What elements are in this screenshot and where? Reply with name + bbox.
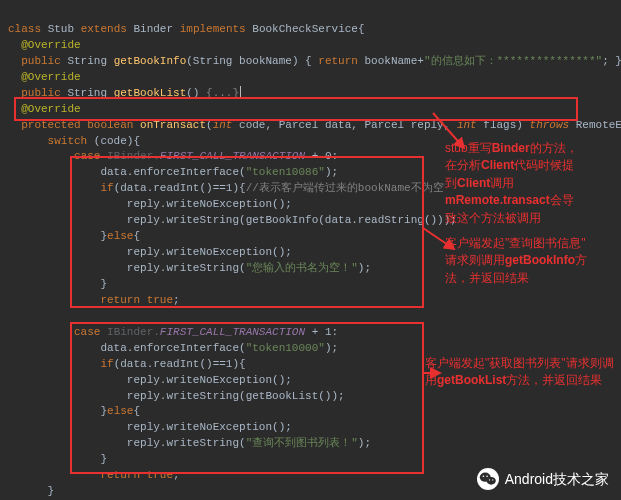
stmt-end: ); (325, 166, 338, 178)
ann1-l3a: 到 (445, 176, 457, 190)
stmt: reply.writeNoException(); (127, 421, 292, 433)
kw-int: int (213, 119, 233, 131)
if-expr: (data.readInt()==1){ (114, 182, 246, 194)
open-paren: ( (206, 119, 213, 131)
ret-type: String (67, 55, 107, 67)
ann1-l2a: 在分析 (445, 158, 481, 172)
stmt-end: ); (325, 342, 338, 354)
num-zero: 0 (325, 150, 332, 162)
annotation-override: @Override (21, 39, 80, 51)
semi: ; (173, 469, 180, 481)
watermark-text: Android技术之家 (505, 469, 609, 489)
stmt-end: ); (358, 262, 371, 274)
kw-protected: protected boolean (21, 119, 133, 131)
ann1-l1a: stub重写 (445, 141, 492, 155)
watermark: Android技术之家 (477, 468, 609, 490)
kw-case: case (74, 150, 100, 162)
svg-point-8 (489, 479, 490, 480)
svg-point-7 (486, 475, 488, 477)
colon: : (332, 326, 339, 338)
stmt: reply.writeNoException(); (127, 246, 292, 258)
kw-return: return (318, 55, 358, 67)
const-field: FIRST_CALL_TRANSACTION (160, 326, 305, 338)
ann1-l4a: mRemote.transact (445, 193, 550, 207)
iface-name: BookCheckService (252, 23, 358, 35)
annotation-override: @Override (21, 103, 80, 115)
kw-return-true: return true (100, 469, 173, 481)
ann1-l4b: 会导 (550, 193, 574, 207)
super-name: Binder (133, 23, 173, 35)
ann3-l1: 客户端发起"获取图书列表"请求则调 (425, 356, 614, 370)
ex: RemoteException { (569, 119, 621, 131)
ann2-l2b: getBookInfo (505, 253, 575, 267)
annotation-3: 客户端发起"获取图书列表"请求则调 用getBookList方法，并返回结果 (425, 355, 615, 390)
annotation-2: 客户端发起"查询图书信息" 请求则调用getBookInfo方 法，并返回结果 (445, 235, 615, 287)
comment: //表示客户端传过来的bookName不为空 (246, 182, 444, 194)
switch-expr: (code){ (87, 135, 140, 147)
caret-icon (240, 86, 241, 99)
semi: ; } (602, 55, 621, 67)
annotation-1: stub重写Binder的方法， 在分析Client代码时候提 到Client调… (445, 140, 615, 227)
stmt: reply.writeString( (127, 437, 246, 449)
string: "token10086" (246, 166, 325, 178)
class-name: Stub (48, 23, 74, 35)
stmt: data.enforceInterface( (100, 342, 245, 354)
string: "查询不到图书列表！" (246, 437, 358, 449)
ann3-l2b: getBookList (437, 373, 506, 387)
brace: } (100, 278, 107, 290)
svg-point-9 (492, 479, 493, 480)
kw-implements: implements (180, 23, 246, 35)
string: "token10000" (246, 342, 325, 354)
stmt: reply.writeNoException(); (127, 374, 292, 386)
const-field: FIRST_CALL_TRANSACTION (160, 150, 305, 162)
kw-switch: switch (48, 135, 88, 147)
expr: bookName+ (358, 55, 424, 67)
svg-point-5 (486, 477, 495, 485)
stmt: reply.writeString(getBookList()); (127, 390, 345, 402)
kw-public: public (21, 55, 61, 67)
stmt: reply.writeString( (127, 262, 246, 274)
sig: () (186, 87, 199, 99)
ann3-l2c: 方法，并返回结果 (506, 373, 602, 387)
svg-point-6 (482, 475, 484, 477)
fold-block: {...} (199, 87, 239, 99)
fn-getBookList: getBookList (114, 87, 187, 99)
plus: + (305, 326, 325, 338)
brace: } (48, 485, 55, 497)
params: code, Parcel data, Parcel reply, (232, 119, 456, 131)
kw-public: public (21, 87, 61, 99)
kw-return-true: return true (100, 294, 173, 306)
ann1-l3b: Client (457, 176, 490, 190)
ann2-l1: 客户端发起"查询图书信息" (445, 236, 586, 250)
ann1-l2c: 代码时候提 (514, 158, 574, 172)
ann2-l2a: 请求则调用 (445, 253, 505, 267)
kw-class: class (8, 23, 41, 35)
params: (String bookName) { (186, 55, 311, 67)
const-prefix: IBinder. (107, 150, 160, 162)
string: "的信息如下：***************" (424, 55, 602, 67)
brace: { (358, 23, 365, 35)
semi: ; (173, 294, 180, 306)
stmt: reply.writeString(getBookInfo(data.readS… (127, 214, 457, 226)
kw-else: else (107, 230, 133, 242)
wechat-icon (477, 468, 499, 490)
ann1-l2b: Client (481, 158, 514, 172)
stmt-end: ); (358, 437, 371, 449)
kw-if: if (100, 358, 113, 370)
ann1-l3c: 调用 (490, 176, 514, 190)
colon: : (332, 150, 339, 162)
ann1-l5: 致这个方法被调用 (445, 211, 541, 225)
stmt: data.enforceInterface( (100, 166, 245, 178)
brace: { (133, 230, 140, 242)
annotation-override: @Override (21, 71, 80, 83)
kw-case: case (74, 326, 100, 338)
kw-throws: throws (530, 119, 570, 131)
string: "您输入的书名为空！" (246, 262, 358, 274)
fn-onTransact: onTransact (140, 119, 206, 131)
ret-type: String (67, 87, 107, 99)
stmt: reply.writeNoException(); (127, 198, 292, 210)
ann1-l1c: 的方法， (530, 141, 578, 155)
kw-else: else (107, 405, 133, 417)
num-one: 1 (325, 326, 332, 338)
fn-getBookInfo: getBookInfo (114, 55, 187, 67)
